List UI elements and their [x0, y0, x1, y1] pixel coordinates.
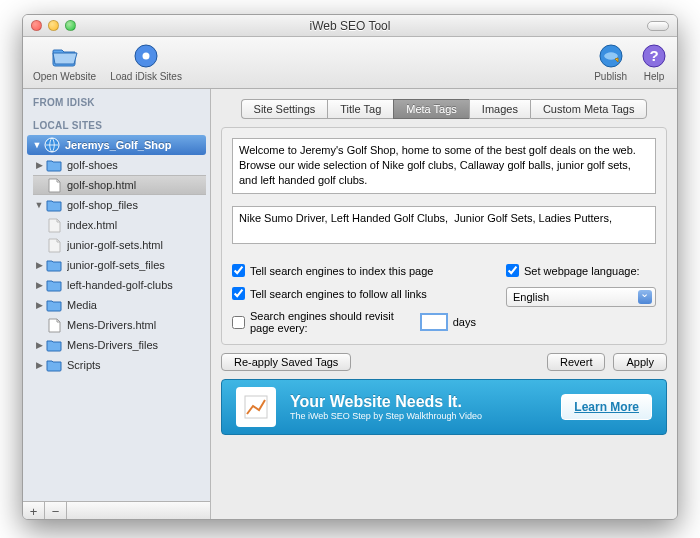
tree-item[interactable]: index.html	[33, 215, 206, 235]
tree-label: left-handed-golf-clubs	[67, 279, 173, 291]
disclosure-triangle-icon[interactable]: ▶	[33, 300, 45, 310]
tree-label: Media	[67, 299, 97, 311]
zoom-icon[interactable]	[65, 20, 76, 31]
checkbox-label: Search engines should revisit page every…	[250, 310, 415, 334]
tree-item[interactable]: ▶Scripts	[33, 355, 206, 375]
disclosure-triangle-icon[interactable]: ▶	[33, 280, 45, 290]
publish-button[interactable]: Publish	[594, 43, 627, 82]
revert-button[interactable]: Revert	[547, 353, 605, 371]
learn-more-button[interactable]: Learn More	[561, 394, 652, 420]
folder-icon	[45, 157, 63, 173]
open-website-button[interactable]: Open Website	[33, 43, 96, 82]
days-label: days	[453, 316, 476, 328]
tree-item[interactable]: ▶golf-shoes	[33, 155, 206, 175]
sidebar-site-row[interactable]: ▼ Jeremys_Golf_Shop	[27, 135, 206, 155]
tab-images[interactable]: Images	[469, 99, 530, 119]
sidebar-footer: + −	[23, 501, 210, 520]
meta-tags-panel: Welcome to Jeremy's Golf Shop, home to s…	[221, 127, 667, 345]
language-checkbox-row[interactable]: Set webpage language:	[506, 264, 656, 277]
index-checkbox[interactable]	[232, 264, 245, 277]
tree-item-selected[interactable]: golf-shop.html	[33, 175, 206, 195]
globe-icon	[43, 137, 61, 153]
tree-item[interactable]: ▼golf-shop_files	[33, 195, 206, 215]
language-select[interactable]: English	[506, 287, 656, 307]
main-panel: Site Settings Title Tag Meta Tags Images…	[211, 89, 677, 520]
traffic-lights	[31, 20, 76, 31]
load-idisk-button[interactable]: Load iDisk Sites	[110, 43, 182, 82]
disclosure-triangle-icon[interactable]: ▼	[31, 140, 43, 150]
tab-title-tag[interactable]: Title Tag	[327, 99, 393, 119]
toolbar-label: Help	[644, 71, 665, 82]
disclosure-triangle-icon[interactable]: ▶	[33, 360, 45, 370]
follow-checkbox[interactable]	[232, 287, 245, 300]
tab-site-settings[interactable]: Site Settings	[241, 99, 328, 119]
file-icon	[45, 317, 63, 333]
tree-label: golf-shoes	[67, 159, 118, 171]
help-button[interactable]: ? Help	[641, 43, 667, 82]
revisit-checkbox[interactable]	[232, 316, 245, 329]
app-window: iWeb SEO Tool Open Website Load iDisk Si…	[22, 14, 678, 520]
toolbar-label: Open Website	[33, 71, 96, 82]
file-tree: ▶golf-shoes golf-shop.html ▼golf-shop_fi…	[33, 155, 210, 375]
tree-item[interactable]: ▶junior-golf-sets_files	[33, 255, 206, 275]
banner-title: Your Website Needs It.	[290, 393, 547, 411]
meta-keywords-input[interactable]: Nike Sumo Driver, Left Handed Golf Clubs…	[232, 206, 656, 244]
toolbar-label: Load iDisk Sites	[110, 71, 182, 82]
minimize-icon[interactable]	[48, 20, 59, 31]
language-checkbox[interactable]	[506, 264, 519, 277]
tab-meta-tags[interactable]: Meta Tags	[393, 99, 469, 119]
banner-subtitle: The iWeb SEO Step by Step Walkthrough Vi…	[290, 411, 547, 421]
checkbox-label: Set webpage language:	[524, 265, 640, 277]
folder-open-icon	[52, 43, 78, 69]
revisit-days-input[interactable]	[420, 313, 448, 331]
tree-item[interactable]: Mens-Drivers.html	[33, 315, 206, 335]
folder-icon	[45, 297, 63, 313]
chart-icon	[236, 387, 276, 427]
apply-button[interactable]: Apply	[613, 353, 667, 371]
tree-label: junior-golf-sets.html	[67, 239, 163, 251]
index-checkbox-row[interactable]: Tell search engines to index this page	[232, 264, 476, 277]
folder-icon	[45, 277, 63, 293]
window-title: iWeb SEO Tool	[23, 19, 677, 33]
remove-button[interactable]: −	[45, 502, 67, 520]
globe-publish-icon	[598, 43, 624, 69]
disclosure-triangle-icon[interactable]: ▶	[33, 340, 45, 350]
sidebar: FROM IDISK LOCAL SITES ▼ Jeremys_Golf_Sh…	[23, 89, 211, 520]
tree-label: Mens-Drivers.html	[67, 319, 156, 331]
revisit-checkbox-row[interactable]: Search engines should revisit page every…	[232, 310, 476, 334]
sidebar-section-idisk: FROM IDISK	[23, 89, 210, 112]
toolbar-label: Publish	[594, 71, 627, 82]
checkbox-label: Tell search engines to follow all links	[250, 288, 427, 300]
tree-label: Mens-Drivers_files	[67, 339, 158, 351]
folder-icon	[45, 337, 63, 353]
tree-item[interactable]: junior-golf-sets.html	[33, 235, 206, 255]
follow-checkbox-row[interactable]: Tell search engines to follow all links	[232, 287, 476, 300]
folder-icon	[45, 197, 63, 213]
promo-banner: Your Website Needs It. The iWeb SEO Step…	[221, 379, 667, 435]
disclosure-triangle-icon[interactable]: ▶	[33, 260, 45, 270]
tree-item[interactable]: ▶Mens-Drivers_files	[33, 335, 206, 355]
reapply-button[interactable]: Re-apply Saved Tags	[221, 353, 351, 371]
idisk-icon	[133, 43, 159, 69]
tree-item[interactable]: ▶Media	[33, 295, 206, 315]
tree-label: golf-shop.html	[67, 179, 136, 191]
file-icon	[45, 237, 63, 253]
disclosure-triangle-icon[interactable]: ▼	[33, 200, 45, 210]
tab-custom-meta[interactable]: Custom Meta Tags	[530, 99, 648, 119]
close-icon[interactable]	[31, 20, 42, 31]
tree-item[interactable]: ▶left-handed-golf-clubs	[33, 275, 206, 295]
add-button[interactable]: +	[23, 502, 45, 520]
tree-label: Scripts	[67, 359, 101, 371]
svg-point-1	[143, 53, 150, 60]
folder-icon	[45, 257, 63, 273]
svg-text:?: ?	[649, 47, 658, 64]
folder-icon	[45, 357, 63, 373]
toolbar: Open Website Load iDisk Sites Publish ? …	[23, 37, 677, 89]
file-icon	[45, 217, 63, 233]
help-icon: ?	[641, 43, 667, 69]
tree-label: junior-golf-sets_files	[67, 259, 165, 271]
disclosure-triangle-icon[interactable]: ▶	[33, 160, 45, 170]
toolbar-toggle-icon[interactable]	[647, 21, 669, 31]
button-row: Re-apply Saved Tags Revert Apply	[221, 353, 667, 371]
meta-description-input[interactable]: Welcome to Jeremy's Golf Shop, home to s…	[232, 138, 656, 194]
